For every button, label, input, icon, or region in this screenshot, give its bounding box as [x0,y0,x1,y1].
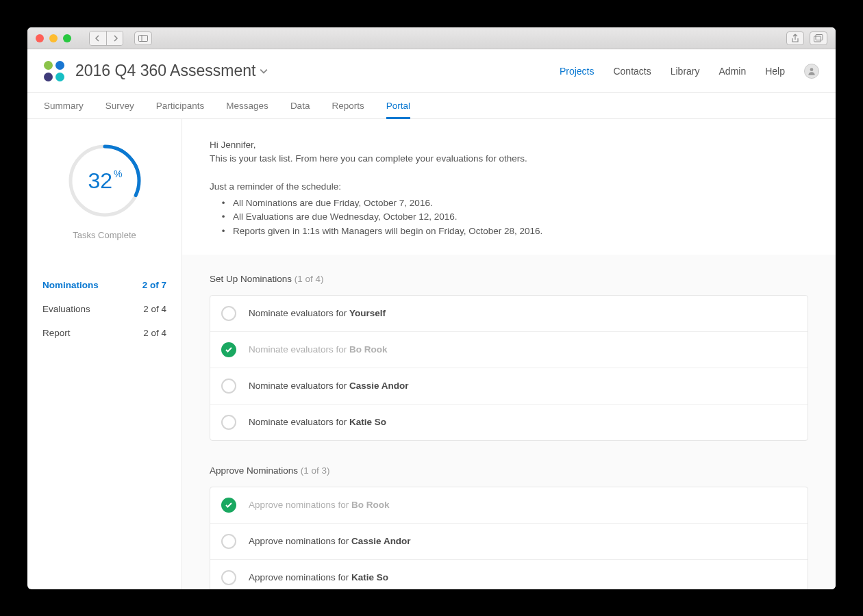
intro-line: This is your task list. From here you ca… [210,152,808,166]
task-label: Approve nominations for Bo Rook [249,500,390,510]
section-heading: Approve Nominations (1 of 3) [210,465,808,476]
task-list: Nominate evaluators for YourselfNominate… [210,295,808,441]
intro-bullet: All Evaluations are due Wednesday, Octob… [210,210,808,224]
window-controls [36,34,71,42]
task-row[interactable]: Approve nominations for Cassie Andor [210,523,808,559]
intro-reminder-lead: Just a reminder of the schedule: [210,180,808,194]
history-nav [89,31,123,46]
intro-greeting: Hi Jennifer, [210,138,808,152]
sidebar-item-label: Report [42,328,71,338]
progress-label: Tasks Complete [73,230,136,240]
app-header: 2016 Q4 360 Assessment Projects Contacts… [27,49,836,93]
check-empty-icon [221,570,236,585]
tabs-button[interactable] [810,31,827,45]
task-row[interactable]: Approve nominations for Bo Rook [210,487,808,523]
task-section: Set Up Nominations (1 of 4)Nominate eval… [182,255,836,446]
sidebar-item-nominations[interactable]: Nominations2 of 7 [42,273,166,297]
content-area: Hi Jennifer, This is your task list. Fro… [182,119,836,589]
sidebar-item-label: Nominations [42,280,99,290]
project-tabs: Summary Survey Participants Messages Dat… [27,93,836,119]
minimize-icon[interactable] [49,34,58,42]
tab-data[interactable]: Data [290,93,310,118]
close-icon[interactable] [36,34,44,42]
sidebar-item-count: 2 of 4 [143,304,166,314]
titlebar [27,27,836,49]
task-label: Approve nominations for Cassie Andor [249,536,411,546]
sidebar-toggle-button[interactable] [134,31,152,45]
sidebar-item-count: 2 of 7 [142,280,166,290]
check-complete-icon [221,498,236,513]
share-button[interactable] [786,31,804,45]
progress-gauge: 32% [66,142,143,219]
task-label: Nominate evaluators for Katie So [249,417,386,427]
task-list: Approve nominations for Bo RookApprove n… [210,487,808,589]
svg-rect-0 [139,35,148,41]
app-logo-icon [44,61,64,81]
nav-admin[interactable]: Admin [719,66,747,77]
tab-reports[interactable]: Reports [332,93,364,118]
intro-message: Hi Jennifer, This is your task list. Fro… [182,119,836,255]
back-button[interactable] [90,31,106,45]
task-category-list: Nominations2 of 7Evaluations2 of 4Report… [27,273,182,345]
app-window: 2016 Q4 360 Assessment Projects Contacts… [27,27,836,589]
progress-percent: 32% [66,142,143,219]
task-row[interactable]: Nominate evaluators for Yourself [210,296,808,331]
sidebar-item-label: Evaluations [42,304,90,314]
task-row[interactable]: Nominate evaluators for Bo Rook [210,331,808,368]
task-label: Nominate evaluators for Cassie Andor [249,381,409,391]
task-section: Approve Nominations (1 of 3)Approve nomi… [182,446,836,589]
sidebar-item-report[interactable]: Report2 of 4 [42,321,166,345]
tab-messages[interactable]: Messages [226,93,268,118]
task-row[interactable]: Nominate evaluators for Cassie Andor [210,368,808,404]
nav-library[interactable]: Library [671,66,700,77]
task-row[interactable]: Nominate evaluators for Katie So [210,404,808,440]
main-nav: Projects Contacts Library Admin Help [560,64,819,79]
section-heading: Set Up Nominations (1 of 4) [210,274,808,284]
check-empty-icon [221,415,236,430]
nav-contacts[interactable]: Contacts [613,66,651,77]
task-row[interactable]: Approve nominations for Katie So [210,559,808,589]
task-label: Nominate evaluators for Yourself [249,308,386,318]
forward-button[interactable] [106,31,123,45]
project-selector[interactable]: 2016 Q4 360 Assessment [75,62,268,80]
project-title: 2016 Q4 360 Assessment [75,62,255,80]
task-label: Nominate evaluators for Bo Rook [249,344,388,355]
check-empty-icon [221,306,236,321]
svg-rect-3 [816,34,823,40]
intro-bullet-list: All Nominations are due Friday, October … [210,196,808,238]
check-complete-icon [221,342,236,357]
tab-participants[interactable]: Participants [156,93,205,118]
svg-rect-2 [814,36,821,42]
check-empty-icon [221,534,236,549]
intro-bullet: Reports given in 1:1s with Managers will… [210,224,808,238]
svg-point-4 [810,68,814,71]
intro-bullet: All Nominations are due Friday, October … [210,196,808,210]
sidebar-item-count: 2 of 4 [143,328,166,338]
chevron-down-icon [260,67,268,75]
user-avatar[interactable] [804,64,819,79]
sidebar: 32% Tasks Complete Nominations2 of 7Eval… [27,119,182,589]
check-empty-icon [221,378,236,394]
nav-help[interactable]: Help [765,66,785,77]
task-label: Approve nominations for Katie So [249,572,388,582]
tab-summary[interactable]: Summary [44,93,84,118]
user-icon [807,66,816,76]
nav-projects[interactable]: Projects [560,66,595,77]
sidebar-item-evaluations[interactable]: Evaluations2 of 4 [42,297,166,321]
tab-portal[interactable]: Portal [386,93,410,118]
tab-survey[interactable]: Survey [105,93,134,118]
maximize-icon[interactable] [63,34,71,42]
